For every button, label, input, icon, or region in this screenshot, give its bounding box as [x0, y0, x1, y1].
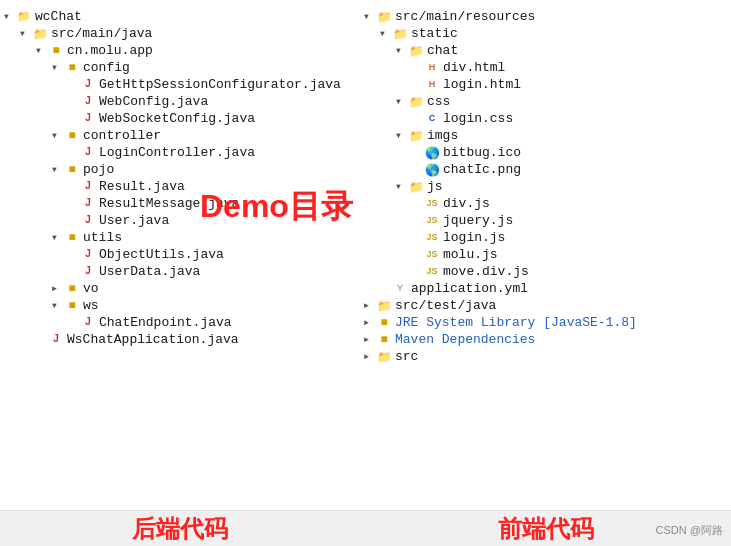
item-label-cn-molu-app: cn.molu.app	[67, 43, 153, 58]
folder-icon: 📁	[376, 350, 392, 364]
item-label-ws: ws	[83, 298, 99, 313]
item-label-login-js: login.js	[443, 230, 505, 245]
package-icon: ■	[48, 44, 64, 58]
arrow-down-icon: ▼	[396, 131, 408, 140]
tree-item-pojo[interactable]: ▼■pojo	[4, 161, 364, 178]
folder-icon: 📁	[408, 180, 424, 194]
arrow-down-icon: ▼	[396, 182, 408, 191]
tree-item-UserData[interactable]: JUserData.java	[4, 263, 364, 280]
tree-item-GetHttpSessionConfigurator[interactable]: JGetHttpSessionConfigurator.java	[4, 76, 364, 93]
tree-item-div-js[interactable]: JSdiv.js	[364, 195, 731, 212]
package-icon: ■	[64, 282, 80, 296]
tree-item-move-div-js[interactable]: JSmove.div.js	[364, 263, 731, 280]
item-label-js-folder: js	[427, 179, 443, 194]
tree-item-utils[interactable]: ▼■utils	[4, 229, 364, 246]
java-icon: J	[80, 265, 96, 279]
item-label-login-css: login.css	[443, 111, 513, 126]
tree-item-jre-system-library[interactable]: ►■JRE System Library [JavaSE-1.8]	[364, 314, 731, 331]
tree-item-chatlc-png[interactable]: 🌎chatIc.png	[364, 161, 731, 178]
tree-item-bitbug-ico[interactable]: 🌎bitbug.ico	[364, 144, 731, 161]
package-icon: ■	[64, 231, 80, 245]
tree-item-controller[interactable]: ▼■controller	[4, 127, 364, 144]
bottom-bar: 后端代码 前端代码	[0, 510, 731, 546]
item-label-WebConfig: WebConfig.java	[99, 94, 208, 109]
tree-item-WebConfig[interactable]: JWebConfig.java	[4, 93, 364, 110]
item-label-src-test-java: src/test/java	[395, 298, 496, 313]
tree-item-div-html[interactable]: Hdiv.html	[364, 59, 731, 76]
package-icon: ■	[64, 163, 80, 177]
folder-icon: 📁	[376, 299, 392, 313]
tree-item-css-folder[interactable]: ▼📁css	[364, 93, 731, 110]
item-label-vo: vo	[83, 281, 99, 296]
left-file-tree: ▼📁wcChat▼📁src/main/java▼■cn.molu.app▼■co…	[4, 8, 364, 506]
tree-item-vo[interactable]: ►■vo	[4, 280, 364, 297]
tree-item-jquery-js[interactable]: JSjquery.js	[364, 212, 731, 229]
tree-item-src-test-java[interactable]: ►📁src/test/java	[364, 297, 731, 314]
tree-item-WebSocketConfig[interactable]: JWebSocketConfig.java	[4, 110, 364, 127]
item-label-Result: Result.java	[99, 179, 185, 194]
tree-item-src-main-java[interactable]: ▼📁src/main/java	[4, 25, 364, 42]
img-icon: 🌎	[424, 146, 440, 160]
arrow-right-icon: ►	[52, 284, 64, 293]
item-label-ChatEndpoint: ChatEndpoint.java	[99, 315, 232, 330]
arrow-down-icon: ▼	[396, 46, 408, 55]
item-label-src-main-java: src/main/java	[51, 26, 152, 41]
item-label-WebSocketConfig: WebSocketConfig.java	[99, 111, 255, 126]
arrow-down-icon: ▼	[20, 29, 32, 38]
item-label-bitbug-ico: bitbug.ico	[443, 145, 521, 160]
tree-item-login-js[interactable]: JSlogin.js	[364, 229, 731, 246]
arrow-right-icon: ►	[364, 301, 376, 310]
tree-item-js-folder[interactable]: ▼📁js	[364, 178, 731, 195]
tree-item-application-yml[interactable]: Yapplication.yml	[364, 280, 731, 297]
tree-item-wcchat-root[interactable]: ▼📁wcChat	[4, 8, 364, 25]
java-icon: J	[80, 197, 96, 211]
item-label-src-main-resources: src/main/resources	[395, 9, 535, 24]
tree-item-molu-js[interactable]: JSmolu.js	[364, 246, 731, 263]
arrow-down-icon: ▼	[52, 233, 64, 242]
tree-item-ws[interactable]: ▼■ws	[4, 297, 364, 314]
package-icon: ■	[64, 129, 80, 143]
arrow-right-icon: ►	[364, 318, 376, 327]
java-icon: J	[80, 95, 96, 109]
package-icon: ■	[376, 333, 392, 347]
item-label-User: User.java	[99, 213, 169, 228]
java-icon: J	[80, 180, 96, 194]
item-label-LoginController: LoginController.java	[99, 145, 255, 160]
tree-item-maven-dependencies[interactable]: ►■Maven Dependencies	[364, 331, 731, 348]
tree-item-src[interactable]: ►📁src	[364, 348, 731, 365]
tree-item-WsChatApplication[interactable]: JWsChatApplication.java	[4, 331, 364, 348]
item-label-ObjectUtils: ObjectUtils.java	[99, 247, 224, 262]
tree-item-static[interactable]: ▼📁static	[364, 25, 731, 42]
arrow-down-icon: ▼	[396, 97, 408, 106]
item-label-molu-js: molu.js	[443, 247, 498, 262]
package-icon: ■	[64, 61, 80, 75]
tree-item-imgs-folder[interactable]: ▼📁imgs	[364, 127, 731, 144]
item-label-controller: controller	[83, 128, 161, 143]
tree-item-config[interactable]: ▼■config	[4, 59, 364, 76]
arrow-right-icon: ►	[364, 352, 376, 361]
tree-item-ChatEndpoint[interactable]: JChatEndpoint.java	[4, 314, 364, 331]
right-file-tree: ▼📁src/main/resources▼📁static▼📁chatHdiv.h…	[364, 8, 731, 506]
tree-item-LoginController[interactable]: JLoginController.java	[4, 144, 364, 161]
java-icon: J	[80, 316, 96, 330]
tree-item-login-html[interactable]: Hlogin.html	[364, 76, 731, 93]
item-label-maven-dependencies: Maven Dependencies	[395, 332, 535, 347]
folder-icon: 📁	[408, 129, 424, 143]
js-icon: JS	[424, 231, 440, 245]
arrow-down-icon: ▼	[52, 165, 64, 174]
java-icon: J	[48, 333, 64, 347]
tree-item-src-main-resources[interactable]: ▼📁src/main/resources	[364, 8, 731, 25]
item-label-move-div-js: move.div.js	[443, 264, 529, 279]
tree-item-ObjectUtils[interactable]: JObjectUtils.java	[4, 246, 364, 263]
tree-item-cn-molu-app[interactable]: ▼■cn.molu.app	[4, 42, 364, 59]
root-icon: 📁	[16, 10, 32, 24]
tree-item-login-css[interactable]: Clogin.css	[364, 110, 731, 127]
html-icon: H	[424, 61, 440, 75]
backend-label: 后端代码	[0, 513, 360, 545]
item-label-chat-folder: chat	[427, 43, 458, 58]
html-icon: H	[424, 78, 440, 92]
arrow-down-icon: ▼	[380, 29, 392, 38]
item-label-application-yml: application.yml	[411, 281, 528, 296]
js-icon: JS	[424, 214, 440, 228]
tree-item-chat-folder[interactable]: ▼📁chat	[364, 42, 731, 59]
